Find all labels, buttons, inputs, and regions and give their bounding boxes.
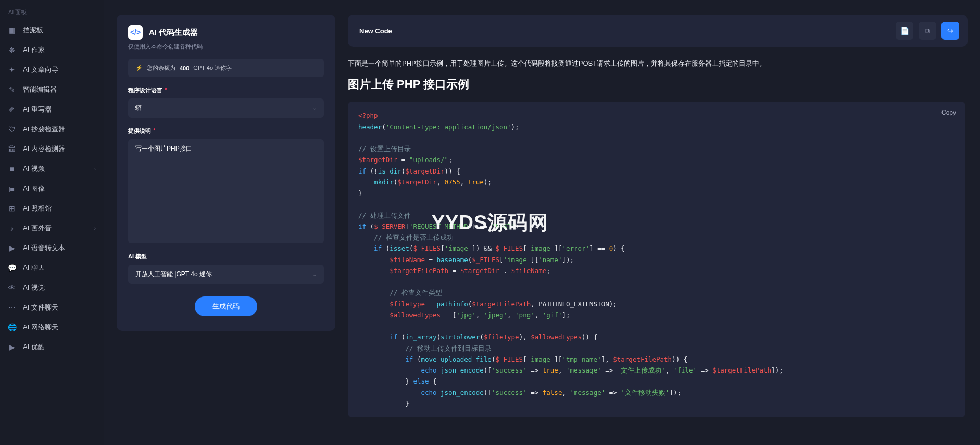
balance-indicator: ⚡ 您的余额为 400 GPT 4o 迷你字 [128, 59, 324, 77]
chevron-down-icon: ⌄ [312, 105, 317, 111]
copy-code-button[interactable]: Copy [941, 109, 956, 116]
sidebar-icon: ⊞ [7, 204, 17, 213]
code-content: <?php header('Content-Type: application/… [358, 110, 955, 409]
sidebar-item-label: AI 内容检测器 [23, 144, 65, 154]
model-label: AI 模型 [128, 253, 324, 261]
sidebar-item[interactable]: ✎智能编辑器 [0, 80, 104, 100]
sidebar-item[interactable]: ▶AI 优酷 [0, 337, 104, 357]
sidebar: AI 面板 ▦挡泥板❋AI 作家✦AI 文章向导✎智能编辑器✐AI 重写器🛡AI… [0, 0, 104, 445]
document-icon: 📄 [900, 27, 909, 35]
bolt-icon: ⚡ [135, 65, 143, 71]
sidebar-item[interactable]: 💬AI 聊天 [0, 258, 104, 278]
sidebar-icon: ■ [7, 164, 17, 174]
sidebar-icon: ✐ [7, 105, 17, 114]
main-area: </> AI 代码生成器 仅使用文本命令创建各种代码 ⚡ 您的余额为 400 G… [104, 0, 980, 445]
code-name-input[interactable] [356, 25, 890, 37]
sidebar-item-label: AI 语音转文本 [23, 243, 65, 253]
export-button[interactable]: ↪ [941, 22, 959, 40]
sidebar-icon: ▦ [7, 26, 17, 35]
sidebar-item[interactable]: 🌐AI 网络聊天 [0, 317, 104, 337]
sidebar-item[interactable]: 👁AI 视觉 [0, 278, 104, 298]
chevron-right-icon: › [94, 226, 96, 231]
code-generator-panel: </> AI 代码生成器 仅使用文本命令创建各种代码 ⚡ 您的余额为 400 G… [117, 15, 335, 331]
sidebar-icon: ✎ [7, 85, 17, 94]
sidebar-icon: ▶ [7, 243, 17, 253]
sidebar-icon: 👁 [7, 283, 17, 292]
description-label: 提供说明* [128, 127, 324, 135]
language-label: 程序设计语言* [128, 86, 324, 94]
sidebar-item-label: AI 聊天 [23, 263, 45, 273]
document-button[interactable]: 📄 [896, 22, 913, 40]
sidebar-icon: ❋ [7, 45, 17, 55]
sidebar-item-label: AI 文件聊天 [23, 303, 58, 312]
output-heading: 图片上传 PHP 接口示例 [348, 77, 965, 92]
output-panel: 📄 ⧉ ↪ 下面是一个简单的PHP接口示例，用于处理图片上传。这个代码段将接受通… [348, 15, 968, 430]
sidebar-item[interactable]: 🛡AI 抄袭检查器 [0, 119, 104, 139]
sidebar-item[interactable]: ✐AI 重写器 [0, 100, 104, 119]
sidebar-icon: 💬 [7, 263, 17, 273]
sidebar-item[interactable]: ■AI 视频› [0, 159, 104, 179]
sidebar-item-label: AI 抄袭检查器 [23, 125, 65, 134]
sidebar-header: AI 面板 [0, 8, 104, 20]
sidebar-item-label: AI 网络聊天 [23, 323, 58, 332]
panel-title: AI 代码生成器 [149, 28, 198, 38]
sidebar-item-label: AI 视频 [23, 164, 45, 174]
sidebar-item-label: AI 重写器 [23, 105, 52, 114]
sidebar-item-label: 挡泥板 [23, 26, 43, 35]
sidebar-item[interactable]: ⊞AI 照相馆 [0, 199, 104, 218]
sidebar-icon: 🌐 [7, 323, 17, 332]
code-icon: </> [128, 25, 143, 40]
sidebar-item-label: AI 照相馆 [23, 204, 52, 213]
sidebar-item[interactable]: ▦挡泥板 [0, 20, 104, 40]
model-select[interactable]: 开放人工智能 |GPT 4o 迷你 ⌄ [128, 265, 324, 284]
sidebar-item[interactable]: ✦AI 文章向导 [0, 60, 104, 80]
sidebar-item[interactable]: ⋯AI 文件聊天 [0, 298, 104, 317]
sidebar-item[interactable]: ❋AI 作家 [0, 40, 104, 60]
chevron-down-icon: ⌄ [312, 271, 317, 277]
sidebar-item-label: AI 作家 [23, 45, 45, 55]
generate-button[interactable]: 生成代码 [195, 296, 257, 316]
sidebar-icon: ✦ [7, 65, 17, 75]
copy-button[interactable]: ⧉ [919, 22, 936, 40]
sidebar-icon: ▣ [7, 184, 17, 193]
sidebar-item[interactable]: ▶AI 语音转文本 [0, 238, 104, 258]
output-toolbar: 📄 ⧉ ↪ [348, 15, 968, 47]
sidebar-icon: 🏛 [7, 144, 17, 154]
sidebar-icon: ♪ [7, 224, 17, 233]
sidebar-item-label: 智能编辑器 [23, 85, 57, 94]
sidebar-icon: 🛡 [7, 125, 17, 134]
panel-subtitle: 仅使用文本命令创建各种代码 [128, 43, 324, 51]
chevron-right-icon: › [94, 166, 96, 172]
export-icon: ↪ [947, 27, 953, 35]
sidebar-item[interactable]: 🏛AI 内容检测器 [0, 139, 104, 159]
sidebar-icon: ▶ [7, 342, 17, 352]
sidebar-item-label: AI 优酷 [23, 342, 45, 352]
sidebar-item-label: AI 文章向导 [23, 65, 58, 75]
description-input[interactable] [128, 139, 324, 243]
sidebar-item-label: AI 画外音 [23, 224, 52, 233]
copy-icon: ⧉ [925, 27, 930, 35]
output-description: 下面是一个简单的PHP接口示例，用于处理图片上传。这个代码段将接受通过POST请… [348, 57, 965, 69]
sidebar-item-label: AI 视觉 [23, 283, 45, 292]
sidebar-item[interactable]: ▣AI 图像 [0, 179, 104, 199]
code-block: Copy <?php header('Content-Type: applica… [348, 102, 965, 417]
sidebar-item[interactable]: ♪AI 画外音› [0, 218, 104, 238]
language-select[interactable]: 蟒 ⌄ [128, 98, 324, 118]
sidebar-icon: ⋯ [7, 303, 17, 312]
sidebar-item-label: AI 图像 [23, 184, 45, 193]
